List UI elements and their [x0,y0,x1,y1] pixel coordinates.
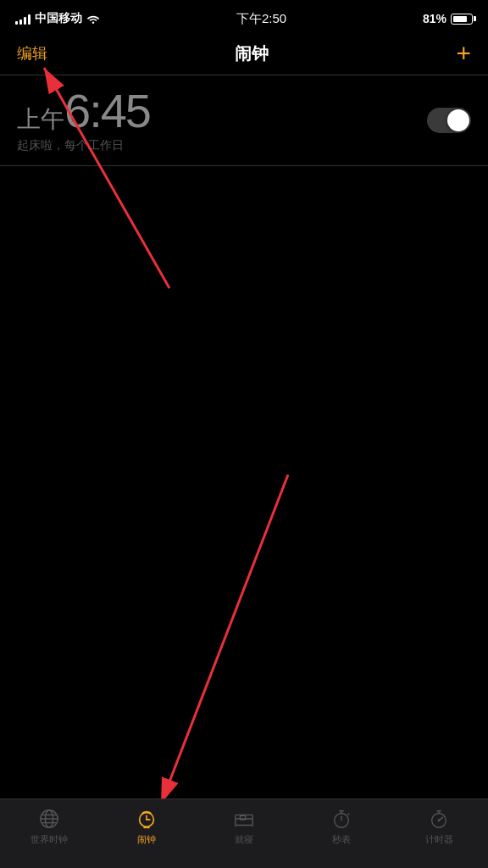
nav-bar: 编辑 闹钟 + [0,34,488,75]
tab-stopwatch-label: 秒表 [332,833,351,846]
timer-icon [428,808,450,830]
bed-icon [233,808,255,830]
svg-point-0 [92,22,94,24]
svg-rect-15 [240,815,246,820]
tab-timer[interactable]: 计时器 [391,808,488,846]
status-time: 下午2:50 [236,11,286,27]
wifi-icon [86,14,100,24]
page-title: 闹钟 [235,42,269,65]
carrier-label: 中国移动 [35,11,82,26]
alarm-am-pm: 上午 [17,106,64,132]
signal-icon [15,13,30,25]
status-right: 81% [423,12,473,25]
alarm-toggle[interactable] [427,108,471,133]
status-bar: 中国移动 下午2:50 81% [0,0,488,34]
tab-alarm-label: 闹钟 [137,833,156,846]
edit-button[interactable]: 编辑 [17,43,47,64]
tab-world-clock-label: 世界时钟 [30,833,68,846]
toggle-knob [447,109,469,131]
tab-stopwatch[interactable]: 秒表 [293,808,391,846]
add-alarm-button[interactable]: + [456,41,471,66]
alarm-time: 上午6:45 [17,87,150,135]
status-left: 中国移动 [15,11,100,26]
svg-line-3 [161,475,288,804]
alarm-clock-icon [136,808,158,830]
alarm-item[interactable]: 上午6:45 起床啦，每个工作日 [0,75,488,166]
tab-alarm[interactable]: 闹钟 [97,808,195,846]
alarm-label: 起床啦，每个工作日 [17,138,150,153]
tab-timer-label: 计时器 [425,833,453,846]
battery-icon [451,14,473,25]
alarm-info: 上午6:45 起床啦，每个工作日 [17,87,150,153]
svg-point-25 [438,819,441,821]
svg-line-20 [348,814,350,815]
stopwatch-icon [330,808,352,830]
battery-percent-label: 81% [423,12,446,25]
tab-bar: 世界时钟 闹钟 就寝 [0,798,488,868]
tab-world-clock[interactable]: 世界时钟 [0,808,97,846]
tab-bedtime-label: 就寝 [235,833,253,846]
globe-icon [38,808,60,830]
tab-bedtime[interactable]: 就寝 [195,808,292,846]
